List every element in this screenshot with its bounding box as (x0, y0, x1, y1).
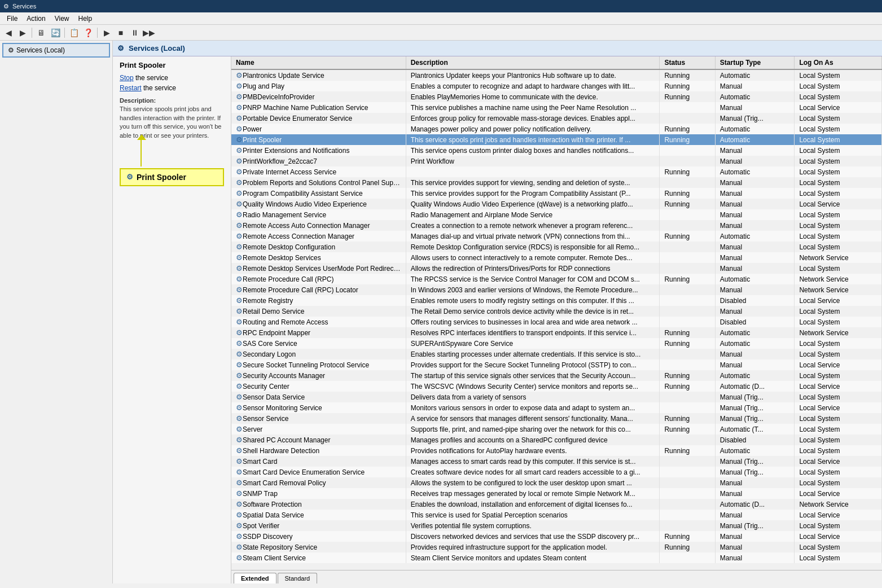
menu-file[interactable]: File (2, 14, 22, 24)
table-row[interactable]: ⚙ServerSupports file, print, and named-p… (231, 424, 882, 435)
stop-link[interactable]: Stop (120, 74, 134, 82)
table-row[interactable]: ⚙Remote Desktop ServicesAllows users to … (231, 252, 882, 263)
col-header-startup[interactable]: Startup Type (715, 56, 795, 69)
table-row[interactable]: ⚙PNRP Machine Name Publication ServiceTh… (231, 102, 882, 113)
service-name-cell: ⚙Portable Device Enumerator Service (231, 113, 406, 124)
table-row[interactable]: ⚙Radio Management ServiceRadio Managemen… (231, 209, 882, 220)
table-row[interactable]: ⚙Remote Desktop ConfigurationRemote Desk… (231, 242, 882, 252)
content-header-icon: ⚙ (117, 44, 124, 52)
resume-button[interactable]: ▶▶ (143, 27, 155, 39)
start-button[interactable]: ▶ (100, 27, 113, 39)
table-row[interactable]: ⚙SSDP DiscoveryDiscovers networked devic… (231, 531, 882, 542)
table-row[interactable]: ⚙Plug and PlayEnables a computer to reco… (231, 81, 882, 91)
service-description-cell: This service provides support for the Pr… (406, 188, 660, 199)
table-row[interactable]: ⚙Routing and Remote AccessOffers routing… (231, 317, 882, 327)
table-row[interactable]: ⚙Shell Hardware DetectionProvides notifi… (231, 445, 882, 456)
table-row[interactable]: ⚙Plantronics Update ServicePlantronics U… (231, 69, 882, 81)
table-row[interactable]: ⚙Remote Access Connection ManagerManages… (231, 231, 882, 242)
table-row[interactable]: ⚙PMBDeviceInfoProviderEnables PlayMemori… (231, 91, 882, 102)
tab-standard[interactable]: Standard (278, 573, 318, 583)
refresh-button[interactable]: 🔄 (49, 27, 62, 39)
service-startup-cell: Manual (Trig... (715, 392, 795, 402)
table-row[interactable]: ⚙Print SpoolerThis service spools print … (231, 134, 882, 145)
col-header-description[interactable]: Description (406, 56, 660, 69)
stop-suffix: the service (134, 74, 168, 82)
table-row[interactable]: ⚙Retail Demo ServiceThe Retail Demo serv… (231, 306, 882, 317)
tab-extended[interactable]: Extended (234, 573, 277, 583)
table-row[interactable]: ⚙Portable Device Enumerator ServiceEnfor… (231, 113, 882, 124)
back-button[interactable]: ◀ (2, 27, 15, 39)
service-icon: ⚙ (236, 157, 243, 165)
table-row[interactable]: ⚙Sensor Data ServiceDelivers data from a… (231, 392, 882, 402)
table-row[interactable]: ⚙Security CenterThe WSCSVC (Windows Secu… (231, 381, 882, 392)
service-icon: ⚙ (236, 114, 243, 122)
table-row[interactable]: ⚙Secure Socket Tunneling Protocol Servic… (231, 359, 882, 370)
table-row[interactable]: ⚙Remote Desktop Services UserMode Port R… (231, 263, 882, 274)
table-row[interactable]: ⚙Spot VerifierVerifies potential file sy… (231, 520, 882, 531)
service-status-cell: Running (660, 166, 715, 177)
service-status-cell: Running (660, 338, 715, 349)
service-startup-cell: Manual (715, 242, 795, 252)
right-panel: Name Description Status Startup Type Log… (231, 56, 882, 583)
table-row[interactable]: ⚙Remote Procedure Call (RPC)The RPCSS se… (231, 274, 882, 284)
service-logon-cell: Network Service (795, 274, 882, 284)
table-row[interactable]: ⚙Smart Card Removal PolicyAllows the sys… (231, 477, 882, 488)
stop-button[interactable]: ■ (115, 27, 127, 39)
table-row[interactable]: ⚙Secondary LogonEnables starting process… (231, 349, 882, 359)
service-name-cell: ⚙Sensor Data Service (231, 392, 406, 402)
table-row[interactable]: ⚙Sensor Monitoring ServiceMonitors vario… (231, 402, 882, 413)
service-icon: ⚙ (236, 210, 243, 219)
table-row[interactable]: ⚙Problem Reports and Solutions Control P… (231, 177, 882, 188)
table-row[interactable]: ⚙Shared PC Account ManagerManages profil… (231, 435, 882, 445)
service-status-cell (660, 488, 715, 499)
col-header-status[interactable]: Status (660, 56, 715, 69)
table-row[interactable]: ⚙Software ProtectionEnables the download… (231, 499, 882, 510)
table-row[interactable]: ⚙Private Internet Access ServiceRunningA… (231, 166, 882, 177)
pause-button[interactable]: ⏸ (129, 27, 141, 39)
tabs-bar: Extended Standard (231, 570, 882, 583)
restart-link[interactable]: Restart (120, 84, 142, 92)
table-row[interactable]: ⚙SNMP TrapReceives trap messages generat… (231, 488, 882, 499)
table-row[interactable]: ⚙Spatial Data ServiceThis service is use… (231, 510, 882, 520)
table-row[interactable]: ⚙PowerManages power policy and power pol… (231, 124, 882, 134)
up-button[interactable]: 🖥 (35, 27, 47, 39)
table-row[interactable]: ⚙State Repository ServiceProvides requir… (231, 542, 882, 552)
table-row[interactable]: ⚙SAS Core ServiceSUPERAntiSpyware Core S… (231, 338, 882, 349)
menu-help[interactable]: Help (74, 14, 97, 24)
service-description-cell: Provides required infrastructure support… (406, 542, 660, 552)
table-row[interactable]: ⚙Remote RegistryEnables remote users to … (231, 295, 882, 306)
menu-view[interactable]: View (50, 14, 74, 24)
service-description-cell: The Retail Demo service controls device … (406, 306, 660, 317)
menu-action[interactable]: Action (22, 14, 50, 24)
service-name-cell: ⚙Program Compatibility Assistant Service (231, 188, 406, 199)
services-list: Name Description Status Startup Type Log… (231, 56, 882, 563)
table-row[interactable]: ⚙Remote Access Auto Connection ManagerCr… (231, 220, 882, 231)
table-row[interactable]: ⚙Smart Card Device Enumeration ServiceCr… (231, 467, 882, 477)
service-name-cell: ⚙Spatial Data Service (231, 510, 406, 520)
help-button[interactable]: ❓ (82, 27, 94, 39)
service-status-cell (660, 306, 715, 317)
table-row[interactable]: ⚙Program Compatibility Assistant Service… (231, 188, 882, 199)
service-name-cell: ⚙Remote Procedure Call (RPC) (231, 274, 406, 284)
service-icon: ⚙ (236, 403, 243, 412)
col-header-name[interactable]: Name (231, 56, 406, 69)
table-row[interactable]: ⚙Remote Procedure Call (RPC) LocatorIn W… (231, 284, 882, 295)
table-row[interactable]: ⚙Sensor ServiceA service for sensors tha… (231, 413, 882, 424)
service-status-cell: Running (660, 124, 715, 134)
restart-suffix: the service (142, 84, 176, 92)
table-row[interactable]: ⚙Security Accounts ManagerThe startup of… (231, 370, 882, 381)
nav-item-services-local[interactable]: ⚙ Services (Local) (2, 43, 110, 58)
forward-button[interactable]: ▶ (16, 27, 29, 39)
service-logon-cell: Local System (795, 145, 882, 156)
service-status-cell: Running (660, 134, 715, 145)
service-icon: ⚙ (236, 489, 243, 498)
service-description-cell: Plantronics Updater keeps your Plantroni… (406, 69, 660, 81)
table-row[interactable]: ⚙Quality Windows Audio Video ExperienceQ… (231, 199, 882, 209)
properties-button[interactable]: 📋 (68, 27, 80, 39)
table-row[interactable]: ⚙Smart CardManages access to smart cards… (231, 456, 882, 467)
col-header-logon[interactable]: Log On As (795, 56, 882, 69)
table-row[interactable]: ⚙Printer Extensions and NotificationsThi… (231, 145, 882, 156)
table-row[interactable]: ⚙RPC Endpoint MapperResolves RPC interfa… (231, 327, 882, 338)
table-row[interactable]: ⚙PrintWorkflow_2e2ccac7Print WorkflowMan… (231, 156, 882, 166)
table-row[interactable]: ⚙Steam Client ServiceSteam Client Servic… (231, 552, 882, 563)
